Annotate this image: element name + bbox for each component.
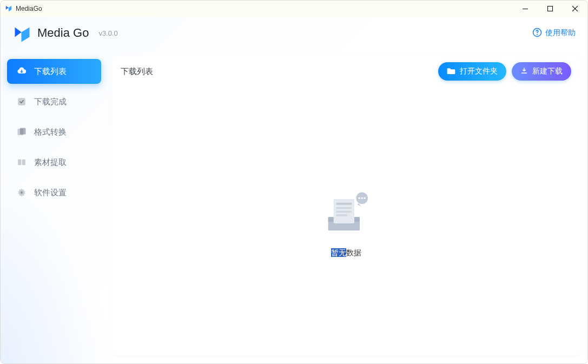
svg-rect-14 xyxy=(336,207,351,209)
svg-rect-15 xyxy=(336,210,351,212)
panel-header: 下载列表 打开文件夹 新建下载 xyxy=(112,56,580,87)
sidebar-item-label: 下载列表 xyxy=(34,67,67,77)
panel-title: 下载列表 xyxy=(121,67,438,77)
panel-content: 暂无数据 xyxy=(112,87,580,356)
sidebar-item-extract[interactable]: 素材提取 xyxy=(7,150,101,175)
svg-rect-13 xyxy=(336,202,351,204)
svg-rect-1 xyxy=(548,6,553,11)
svg-rect-8 xyxy=(22,160,25,166)
open-folder-label: 打开文件夹 xyxy=(460,67,498,76)
content-panel: 下载列表 打开文件夹 新建下载 xyxy=(112,56,580,356)
cloud-download-icon xyxy=(17,67,27,76)
svg-rect-4 xyxy=(18,98,25,105)
new-download-button[interactable]: 新建下载 xyxy=(512,62,571,81)
maximize-button[interactable] xyxy=(538,1,563,17)
sidebar-item-label: 下载完成 xyxy=(34,97,67,107)
close-button[interactable] xyxy=(563,1,587,17)
convert-icon xyxy=(17,127,27,137)
main-area: 下载列表 打开文件夹 新建下载 xyxy=(109,17,587,363)
panel-actions: 打开文件夹 新建下载 xyxy=(438,62,571,81)
window-title: MediaGo xyxy=(16,5,42,12)
svg-point-19 xyxy=(361,197,362,198)
download-icon xyxy=(520,67,528,76)
sidebar-item-format-convert[interactable]: 格式转换 xyxy=(7,120,101,144)
sidebar-item-download-done[interactable]: 下载完成 xyxy=(7,89,101,114)
empty-state-text: 暂无数据 xyxy=(331,248,361,258)
open-folder-button[interactable]: 打开文件夹 xyxy=(438,62,506,81)
window-controls xyxy=(513,1,587,17)
titlebar: MediaGo xyxy=(1,1,587,17)
svg-rect-16 xyxy=(336,214,347,216)
sidebar-item-label: 素材提取 xyxy=(34,157,67,168)
folder-icon xyxy=(447,67,455,76)
empty-text-rest: 数据 xyxy=(346,248,361,257)
sidebar: 下载列表 下载完成 格式转换 素材提取 软件设置 xyxy=(1,17,109,363)
sidebar-item-download-list[interactable]: 下载列表 xyxy=(7,59,101,84)
settings-icon xyxy=(17,188,27,197)
svg-rect-0 xyxy=(523,9,528,9)
sidebar-item-label: 格式转换 xyxy=(34,127,67,137)
svg-rect-6 xyxy=(20,128,26,135)
svg-point-18 xyxy=(358,197,360,198)
svg-rect-7 xyxy=(18,160,21,166)
empty-text-selected: 暂无 xyxy=(331,248,346,257)
empty-state-illustration xyxy=(319,186,373,240)
app-logo-small xyxy=(5,5,12,12)
minimize-button[interactable] xyxy=(513,1,538,17)
svg-point-20 xyxy=(364,197,365,198)
extract-icon xyxy=(17,157,27,167)
sidebar-item-settings[interactable]: 软件设置 xyxy=(7,180,101,205)
check-square-icon xyxy=(17,97,27,107)
sidebar-item-label: 软件设置 xyxy=(34,188,67,198)
new-download-label: 新建下载 xyxy=(532,67,563,76)
